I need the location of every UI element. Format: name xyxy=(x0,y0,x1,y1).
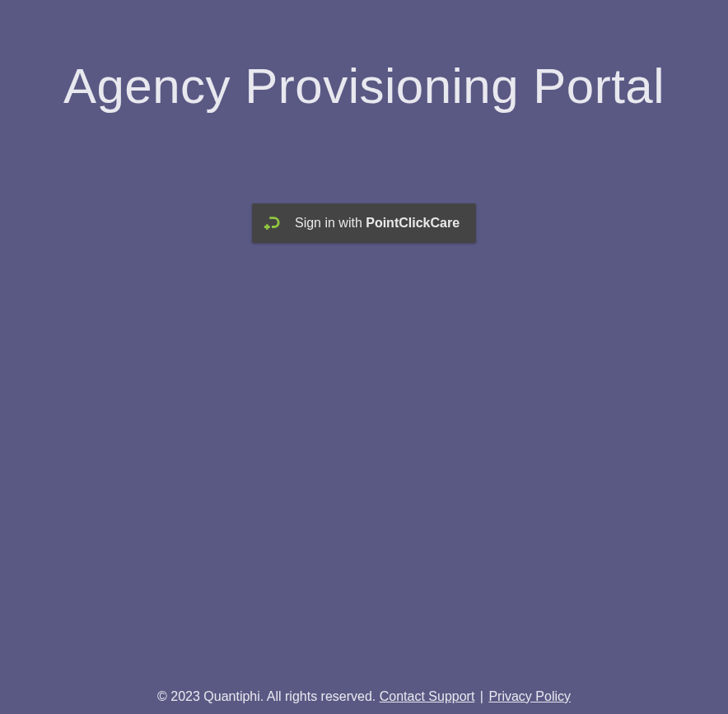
pointclickcare-logo-icon xyxy=(264,215,280,231)
signin-button[interactable]: Sign in with PointClickCare xyxy=(252,203,476,243)
signin-label: Sign in with PointClickCare xyxy=(295,216,460,231)
footer-separator: | xyxy=(476,689,487,703)
copyright-text: © 2023 Quantiphi. All rights reserved. xyxy=(157,689,380,703)
contact-support-link[interactable]: Contact Support xyxy=(380,689,475,703)
signin-container: Sign in with PointClickCare xyxy=(0,203,728,243)
signin-prefix: Sign in with xyxy=(295,216,366,230)
footer: © 2023 Quantiphi. All rights reserved. C… xyxy=(0,689,728,704)
signin-brand: PointClickCare xyxy=(366,216,460,230)
privacy-policy-link[interactable]: Privacy Policy xyxy=(488,689,571,703)
page-title: Agency Provisioning Portal xyxy=(0,0,728,114)
